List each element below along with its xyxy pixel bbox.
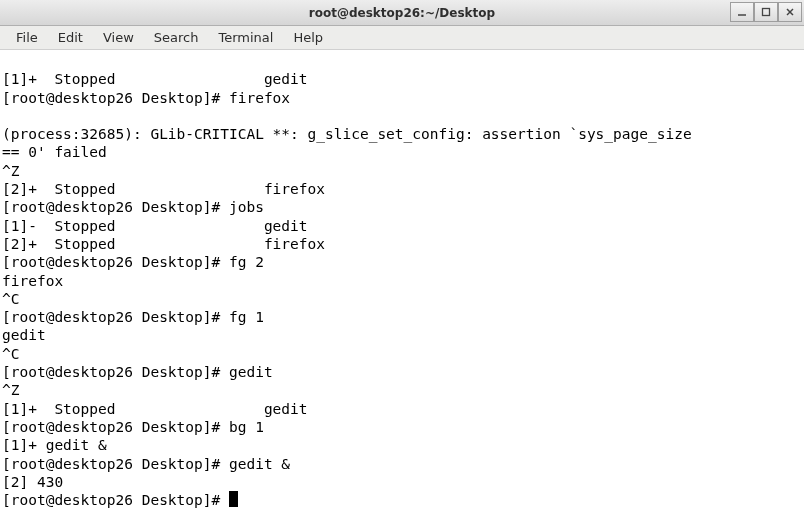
terminal-line: == 0' failed [2,143,802,161]
terminal-line: (process:32685): GLib-CRITICAL **: g_sli… [2,125,802,143]
menu-search[interactable]: Search [144,28,209,47]
terminal-prompt: [root@desktop26 Desktop]# [2,492,229,508]
maximize-button[interactable] [754,2,778,22]
menu-terminal[interactable]: Terminal [208,28,283,47]
terminal-line: [2] 430 [2,473,802,491]
terminal-line: gedit [2,326,802,344]
terminal-line [2,107,802,125]
terminal-line: [1]+ gedit & [2,436,802,454]
terminal-line: [root@desktop26 Desktop]# fg 2 [2,253,802,271]
terminal-line: [2]+ Stopped firefox [2,180,802,198]
window-title: root@desktop26:~/Desktop [0,6,804,20]
terminal-line: ^Z [2,162,802,180]
terminal-output: [1]+ Stopped gedit[root@desktop26 Deskto… [2,70,802,491]
window-controls [730,2,802,22]
terminal-line: ^Z [2,381,802,399]
menu-edit[interactable]: Edit [48,28,93,47]
terminal-line: [root@desktop26 Desktop]# bg 1 [2,418,802,436]
terminal-line: [root@desktop26 Desktop]# jobs [2,198,802,216]
menu-help[interactable]: Help [283,28,333,47]
terminal-line: [2]+ Stopped firefox [2,235,802,253]
terminal-line: [root@desktop26 Desktop]# fg 1 [2,308,802,326]
terminal-area[interactable]: [1]+ Stopped gedit[root@desktop26 Deskto… [0,50,804,515]
terminal-line: ^C [2,290,802,308]
terminal-line: ^C [2,345,802,363]
terminal-cursor [229,491,238,507]
window-titlebar: root@desktop26:~/Desktop [0,0,804,26]
menubar: File Edit View Search Terminal Help [0,26,804,50]
menu-view[interactable]: View [93,28,144,47]
terminal-line: [1]+ Stopped gedit [2,400,802,418]
menu-file[interactable]: File [6,28,48,47]
terminal-line: firefox [2,272,802,290]
terminal-line: [root@desktop26 Desktop]# gedit & [2,455,802,473]
minimize-button[interactable] [730,2,754,22]
terminal-line: [root@desktop26 Desktop]# gedit [2,363,802,381]
terminal-line: [1]+ Stopped gedit [2,70,802,88]
svg-rect-1 [763,9,770,16]
close-button[interactable] [778,2,802,22]
terminal-line: [1]- Stopped gedit [2,217,802,235]
terminal-line: [root@desktop26 Desktop]# firefox [2,89,802,107]
